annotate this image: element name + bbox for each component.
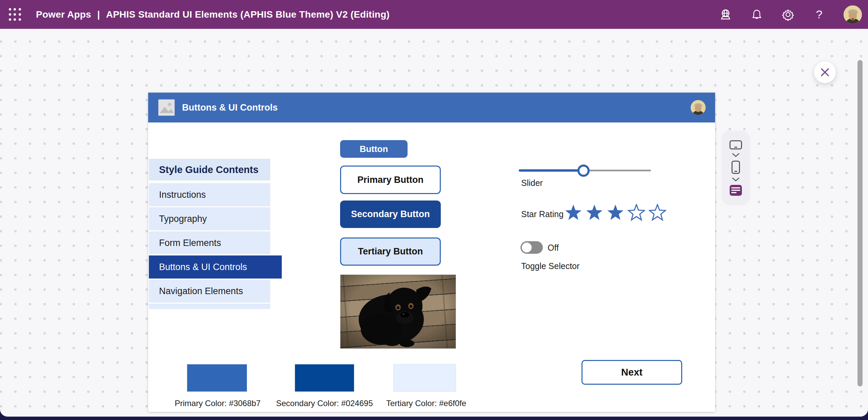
close-preview-button[interactable] xyxy=(814,61,836,83)
slider-thumb[interactable] xyxy=(577,165,590,177)
style-guide-nav: Style Guide Contents Instructions Typogr… xyxy=(149,159,270,309)
toggle-knob[interactable] xyxy=(522,243,532,252)
slider-fill xyxy=(519,169,584,172)
bottom-bar xyxy=(0,417,868,420)
star-rating-control[interactable] xyxy=(565,204,666,222)
primary-color-swatch xyxy=(187,364,247,392)
nav-item-form-elements[interactable]: Form Elements xyxy=(149,231,270,255)
secondary-button[interactable]: Secondary Button xyxy=(340,201,441,228)
slider-label: Slider xyxy=(521,178,543,188)
app-title: Power Apps | APHIS Standard UI Elements … xyxy=(36,9,390,20)
app-preview-screen: Buttons & UI Controls Style Guide Conten… xyxy=(148,93,715,412)
screen-title: Buttons & UI Controls xyxy=(182,102,278,113)
nav-item-navigation-elements[interactable]: Navigation Elements xyxy=(149,280,270,304)
chevron-down-icon[interactable] xyxy=(732,177,740,182)
nav-item-instructions[interactable]: Instructions xyxy=(149,183,270,207)
image-placeholder-icon xyxy=(158,99,175,116)
tertiary-color-swatch xyxy=(393,364,456,392)
sample-button[interactable]: Button xyxy=(340,140,408,158)
preview-device-rail xyxy=(722,131,750,205)
tertiary-button[interactable]: Tertiary Button xyxy=(340,237,441,266)
slider-control[interactable] xyxy=(519,165,651,176)
sample-dog-photo xyxy=(340,274,456,349)
nav-title: Style Guide Contents xyxy=(149,159,270,183)
product-name: Power Apps xyxy=(36,9,91,20)
tertiary-color-label: Tertiary Color: #e6f0fe xyxy=(379,399,474,408)
star-icon[interactable] xyxy=(649,204,666,222)
toggle-switch[interactable] xyxy=(520,241,543,254)
form-tool-icon[interactable] xyxy=(729,185,742,196)
star-icon[interactable] xyxy=(586,204,603,222)
title-divider: | xyxy=(97,9,100,20)
help-icon[interactable]: ? xyxy=(812,8,826,21)
notifications-bell-icon[interactable] xyxy=(750,8,764,21)
environment-icon[interactable] xyxy=(719,8,732,21)
grid-waffle-icon[interactable] xyxy=(7,7,22,22)
canvas-scrollbar[interactable] xyxy=(857,60,863,386)
settings-gear-icon[interactable] xyxy=(781,8,795,21)
nav-item-buttons-ui-controls[interactable]: Buttons & UI Controls xyxy=(149,255,282,280)
star-icon[interactable] xyxy=(565,204,582,222)
screen-header: Buttons & UI Controls xyxy=(148,93,715,122)
app-name: APHIS Standard UI Elements (APHIS Blue T… xyxy=(106,9,390,20)
star-icon[interactable] xyxy=(607,204,624,222)
user-avatar[interactable] xyxy=(844,5,862,24)
secondary-color-swatch xyxy=(295,364,354,392)
screen-avatar[interactable] xyxy=(691,100,706,115)
help-glyph: ? xyxy=(816,8,823,21)
titlebar: Power Apps | APHIS Standard UI Elements … xyxy=(0,0,868,29)
primary-button[interactable]: Primary Button xyxy=(340,166,441,194)
primary-color-label: Primary Color: #3068b7 xyxy=(169,399,267,408)
star-icon[interactable] xyxy=(628,204,645,222)
star-rating-label: Star Rating xyxy=(521,209,564,219)
nav-item-typography[interactable]: Typography xyxy=(149,207,270,231)
phone-preview-icon[interactable] xyxy=(731,160,741,174)
next-button[interactable]: Next xyxy=(581,360,682,385)
secondary-color-label: Secondary Color: #024695 xyxy=(274,399,375,408)
tablet-preview-icon[interactable] xyxy=(729,140,743,150)
design-canvas[interactable]: Buttons & UI Controls Style Guide Conten… xyxy=(0,29,868,417)
toggle-state-label: Off xyxy=(548,243,559,253)
chevron-down-icon[interactable] xyxy=(732,153,740,157)
power-apps-studio: Power Apps | APHIS Standard UI Elements … xyxy=(0,0,868,420)
toggle-label: Toggle Selector xyxy=(521,261,579,271)
